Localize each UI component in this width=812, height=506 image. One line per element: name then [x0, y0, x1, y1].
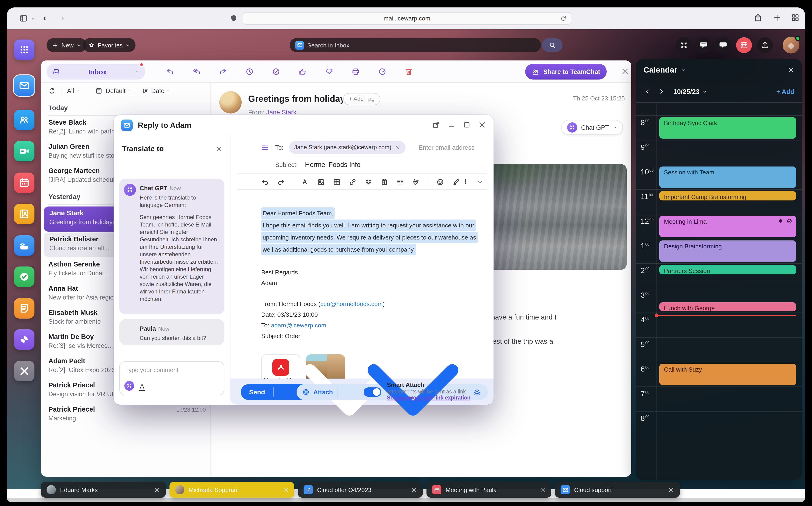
thumbs-up-icon[interactable]: [298, 68, 307, 76]
dock-calendar-icon[interactable]: [14, 173, 35, 193]
dock-video-icon[interactable]: [14, 141, 35, 161]
dock-files-icon[interactable]: [14, 235, 35, 256]
tab-close-icon[interactable]: [411, 487, 417, 493]
calendar-title-dropdown[interactable]: Calendar: [644, 66, 686, 75]
close-icon[interactable]: [478, 121, 486, 129]
chatgpt-icon[interactable]: [124, 381, 134, 391]
quoted-from-link[interactable]: ceo@hormelfoods.com: [320, 301, 383, 308]
dock-book-icon[interactable]: [14, 204, 35, 224]
smart-attach-toggle[interactable]: [364, 388, 381, 397]
maximize-icon[interactable]: [463, 121, 471, 129]
chevron-down-icon[interactable]: [477, 179, 483, 185]
comment-input[interactable]: Type your comment A: [119, 361, 224, 395]
subject-value[interactable]: Hormel Foods Info: [305, 161, 360, 168]
user-avatar[interactable]: [783, 37, 799, 54]
sidebar-toggle-icon[interactable]: [19, 14, 28, 23]
address-bar[interactable]: mail.icewarp.com: [243, 12, 571, 25]
folder-dropdown[interactable]: Inbox: [47, 64, 145, 80]
dock-apps-icon[interactable]: [14, 39, 35, 60]
tab-close-icon[interactable]: [283, 487, 289, 493]
calendar-event[interactable]: Design Brainstorming: [659, 240, 796, 262]
translate-close-icon[interactable]: [216, 146, 222, 153]
email-list-item[interactable]: Patrick PriecelMarketing10/23 12:00: [41, 403, 210, 427]
recipient-chip[interactable]: Jane Stark (jane.stark@icewarp.com): [289, 141, 405, 154]
calendar-event[interactable]: Lunch with George: [659, 302, 796, 311]
favorites-button[interactable]: Favorites: [83, 38, 136, 52]
add-tag-button[interactable]: + Add Tag: [343, 93, 380, 105]
dock-tasks-icon[interactable]: [14, 266, 35, 287]
compose-body[interactable]: Dear Hormel Foods Team,I hope this email…: [261, 207, 487, 341]
list-text-icon[interactable]: [396, 178, 404, 186]
dock-tools-icon[interactable]: [14, 361, 35, 382]
back-button[interactable]: ‹: [43, 13, 46, 23]
calendar-event[interactable]: Important Camp Brainstorming: [659, 191, 796, 200]
share-to-teamchat-button[interactable]: Share to TeamChat: [525, 64, 607, 80]
share-icon[interactable]: [754, 13, 762, 22]
search-input[interactable]: Search in Inbox: [290, 38, 541, 52]
redo-icon[interactable]: [277, 178, 285, 186]
dock-people-icon[interactable]: [14, 110, 35, 130]
table-icon[interactable]: [333, 178, 341, 186]
calendar-event[interactable]: Partners Session: [659, 265, 796, 274]
tab-overview-icon[interactable]: [791, 13, 799, 22]
taskbar-tab[interactable]: Cloud support: [555, 482, 680, 498]
open-new-icon[interactable]: [432, 121, 440, 129]
format-text-icon[interactable]: A: [139, 382, 145, 391]
font-icon[interactable]: [301, 178, 309, 186]
calendar-button[interactable]: [736, 37, 752, 53]
minimize-icon[interactable]: [448, 121, 455, 129]
more-icon[interactable]: [378, 68, 387, 76]
thumbs-down-icon[interactable]: [325, 68, 333, 76]
to-placeholder[interactable]: Enter email address: [419, 144, 474, 151]
dock-mail-icon[interactable]: [14, 75, 35, 96]
calendar-close-icon[interactable]: [787, 67, 794, 74]
remove-recipient-icon[interactable]: [395, 145, 400, 150]
new-button[interactable]: New: [47, 38, 87, 52]
calendar-event[interactable]: Birthday Sync Clark: [659, 117, 796, 139]
calendar-event[interactable]: Call with Suzy: [659, 364, 796, 385]
gear-icon[interactable]: [473, 388, 481, 397]
trash-icon[interactable]: [405, 68, 413, 76]
clock-icon[interactable]: [245, 68, 254, 76]
forward-button[interactable]: ›: [61, 13, 64, 23]
spellcheck-icon[interactable]: [412, 178, 420, 186]
sort-dropdown[interactable]: Date: [151, 87, 164, 94]
printer-icon[interactable]: [351, 68, 360, 76]
prev-day-icon[interactable]: [645, 88, 651, 94]
knot-button[interactable]: [676, 37, 692, 53]
refresh-icon[interactable]: [49, 87, 55, 94]
undo-icon[interactable]: [261, 178, 269, 186]
new-tab-icon[interactable]: [773, 13, 781, 22]
calendar-event[interactable]: Meeting in Lima: [659, 216, 796, 237]
taskbar-tab[interactable]: Cloud offer Q4/2023: [298, 482, 423, 498]
smart-attach-link[interactable]: Set password and link expiration: [387, 395, 471, 401]
upload-button[interactable]: [757, 37, 773, 53]
search-button[interactable]: [542, 38, 562, 52]
calendar-date-dropdown[interactable]: 10/25/23: [673, 88, 707, 95]
tab-close-icon[interactable]: [154, 487, 160, 493]
tab-close-icon[interactable]: [668, 487, 674, 493]
emoji-icon[interactable]: [436, 178, 444, 186]
chat-lines-button[interactable]: [696, 37, 712, 53]
recipient-list-icon[interactable]: [261, 144, 269, 152]
link-icon[interactable]: [349, 178, 357, 186]
dock-notes-icon[interactable]: [14, 298, 35, 319]
reply-icon[interactable]: [166, 68, 174, 76]
close-message-icon[interactable]: [621, 68, 629, 75]
add-event-button[interactable]: + Add: [776, 88, 794, 95]
clipboard-icon[interactable]: [381, 178, 388, 186]
reload-icon[interactable]: [560, 15, 567, 22]
dock-petals-icon[interactable]: [14, 329, 35, 350]
taskbar-tab[interactable]: Meeting with Paula: [426, 482, 551, 498]
priority-icon[interactable]: !: [464, 178, 467, 186]
taskbar-tab[interactable]: Michaela Sopprani: [170, 482, 294, 498]
check-circle-icon[interactable]: [272, 68, 280, 76]
tab-close-icon[interactable]: [540, 487, 546, 493]
taskbar-tab[interactable]: Eduard Marks: [41, 482, 166, 498]
chatgpt-dropdown[interactable]: Chat GPT: [561, 120, 623, 135]
forward-icon[interactable]: [219, 68, 227, 76]
dropbox-icon[interactable]: [364, 178, 373, 186]
view-dropdown[interactable]: Default: [106, 87, 126, 94]
next-day-icon[interactable]: [658, 88, 664, 94]
pen-icon[interactable]: [452, 178, 460, 186]
